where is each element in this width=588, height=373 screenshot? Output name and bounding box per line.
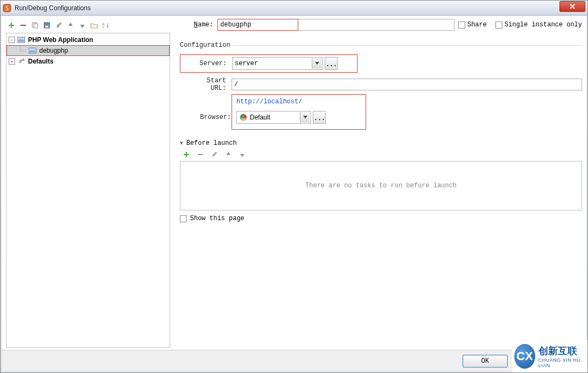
right-panel: Name: Share Single instance only [170, 19, 582, 348]
share-label: Share [467, 21, 487, 29]
dialog-body: az − php PHP Web Application php debugph… [2, 16, 586, 371]
browser-section: http://localhost/ Browser: Default ... [232, 94, 366, 130]
start-url-row: Start URL: [180, 77, 582, 92]
server-dropdown[interactable]: server [232, 57, 323, 70]
close-button[interactable] [559, 1, 585, 12]
svg-point-13 [22, 59, 25, 61]
no-tasks-text: There are no tasks to run before launch [305, 182, 457, 189]
move-up-button[interactable] [66, 21, 75, 30]
window-title: Run/Debug Configurations [15, 4, 559, 12]
left-panel: az − php PHP Web Application php debugph… [6, 19, 170, 348]
bl-edit-button[interactable] [210, 150, 219, 159]
php-config-icon: php [29, 46, 37, 55]
before-launch-toolbar [180, 149, 582, 161]
app-icon: S [3, 4, 11, 12]
copy-config-button[interactable] [31, 21, 39, 30]
bl-add-button[interactable] [182, 150, 191, 159]
before-launch-label: Before launch [186, 139, 237, 147]
browser-dropdown[interactable]: Default [236, 111, 311, 124]
move-down-button[interactable] [78, 21, 87, 30]
server-label: Server: [189, 60, 232, 67]
checkbox-icon [495, 22, 502, 29]
url-preview-row: http://localhost/ [236, 98, 361, 105]
expand-icon[interactable]: − [9, 37, 15, 43]
single-instance-checkbox[interactable]: Single instance only [495, 21, 582, 29]
edit-defaults-button[interactable] [54, 21, 63, 30]
server-browse-button[interactable]: ... [325, 57, 338, 70]
tree-label: debugphp [39, 47, 68, 54]
dialog-window: S Run/Debug Configurations az [0, 0, 588, 373]
before-launch-area[interactable]: There are no tasks to run before launch [180, 161, 582, 210]
configuration-legend: Configuration [180, 41, 233, 49]
browser-value: Default [250, 114, 270, 121]
start-url-input[interactable] [232, 79, 582, 90]
titlebar[interactable]: S Run/Debug Configurations [1, 1, 587, 16]
bl-remove-button[interactable] [196, 150, 205, 159]
single-instance-label: Single instance only [505, 21, 582, 29]
svg-point-6 [59, 23, 61, 25]
checkbox-icon [458, 22, 465, 29]
button-bar: OK Cancel A [2, 350, 586, 371]
svg-rect-3 [34, 24, 38, 28]
svg-text:php: php [30, 50, 36, 53]
name-input[interactable] [218, 19, 298, 31]
name-label: Name: [180, 21, 218, 29]
dropdown-arrow-icon [300, 112, 310, 123]
tree-label: PHP Web Application [28, 36, 93, 44]
php-web-icon: php [17, 36, 26, 44]
server-value: server [235, 60, 258, 67]
before-launch-header[interactable]: ▼ Before launch [180, 139, 582, 147]
bl-up-button[interactable] [224, 150, 233, 159]
url-preview-text: http://localhost/ [236, 98, 302, 105]
ok-button[interactable]: OK [463, 355, 508, 368]
svg-text:z: z [102, 25, 104, 29]
start-url-label: Start URL: [188, 77, 232, 92]
bl-down-button[interactable] [238, 150, 247, 159]
sort-button[interactable]: az [102, 21, 110, 30]
add-config-button[interactable] [7, 21, 16, 30]
disclosure-icon: ▼ [180, 140, 183, 146]
svg-rect-5 [45, 26, 48, 27]
expand-icon[interactable]: + [9, 58, 15, 65]
chrome-icon [239, 113, 248, 122]
tree-node-debugphp[interactable]: php debugphp [6, 45, 170, 56]
remove-config-button[interactable] [19, 21, 27, 30]
cancel-button[interactable]: Cancel [513, 355, 558, 368]
show-page-label: Show this page [190, 215, 244, 222]
browser-row: Browser: Default ... [185, 111, 361, 124]
show-page-checkbox[interactable]: Show this page [180, 215, 582, 222]
config-tree[interactable]: − php PHP Web Application php debugphp +… [6, 33, 170, 348]
name-row: Name: Share Single instance only [180, 19, 582, 31]
tree-label: Defaults [28, 58, 53, 65]
save-config-button[interactable] [43, 21, 51, 30]
share-checkbox[interactable]: Share [458, 21, 487, 29]
name-input-ext[interactable] [298, 19, 454, 31]
defaults-icon [17, 57, 26, 66]
svg-text:php: php [18, 39, 24, 42]
apply-button[interactable]: A [564, 355, 580, 368]
dropdown-arrow-icon [312, 58, 321, 69]
svg-text:S: S [5, 5, 9, 11]
checkbox-icon [180, 215, 187, 222]
configuration-fieldset: Configuration Server: server ... Start U… [180, 41, 582, 133]
tree-node-defaults[interactable]: + Defaults [6, 56, 170, 67]
main-area: az − php PHP Web Application php debugph… [2, 16, 586, 350]
server-row: Server: server ... [180, 54, 358, 73]
folder-button[interactable] [90, 21, 99, 30]
tree-node-php-web-app[interactable]: − php PHP Web Application [6, 34, 170, 45]
browser-browse-button[interactable]: ... [313, 111, 326, 124]
browser-label: Browser: [185, 114, 236, 121]
config-toolbar: az [6, 19, 170, 32]
tree-connector [20, 46, 26, 51]
